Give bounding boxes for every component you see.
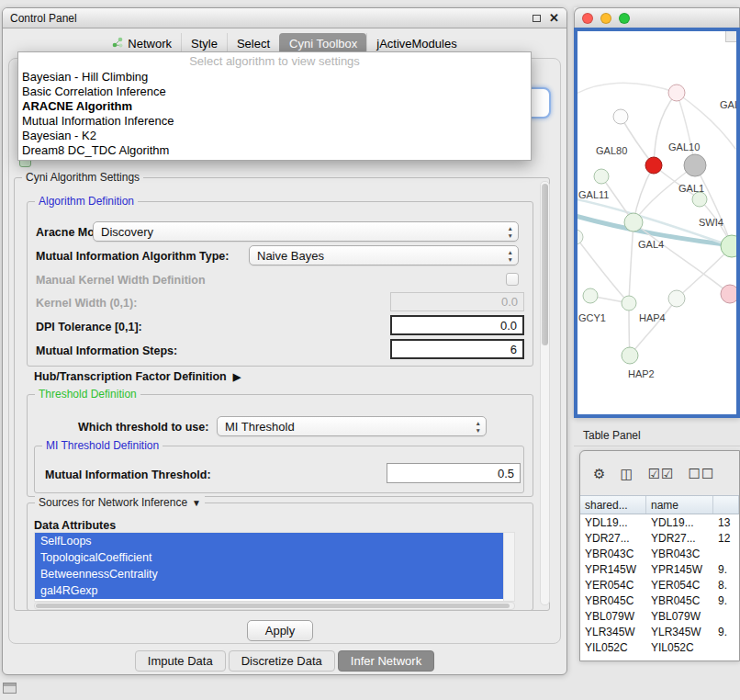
table-row[interactable]: YLR345WYLR345W9. [580,624,739,639]
collapsed-arrow-icon: ▶ [233,371,241,383]
table-cell: 9. [713,593,739,608]
algorithm-option[interactable]: Dream8 DC_TDC Algorithm [18,143,531,158]
table-row[interactable]: YDL19...YDL19...13 [580,514,739,530]
table-cell: YDR27... [580,530,646,546]
algorithm-dropdown-popup: Select algorithm to view settings Bayesi… [17,51,532,161]
network-node-label: GAL [720,99,736,110]
table-column-header-1[interactable]: name [646,496,713,514]
control-panel-window: Control Panel ✕ NetworkStyleSelectCyni T… [2,7,567,675]
which-threshold-select[interactable]: MI Threshold ▲▼ [217,416,487,436]
select-all-icon[interactable]: ☑☑ [648,467,675,480]
network-edge[interactable] [654,93,677,165]
network-node[interactable] [684,154,706,176]
network-window-titlebar[interactable] [574,7,740,28]
network-edge[interactable] [621,117,654,165]
data-attribute-item[interactable]: BetweennessCentrality [35,566,503,582]
apply-button[interactable]: Apply [247,620,313,641]
network-node[interactable] [577,230,583,244]
table-cell [713,546,739,561]
table-row[interactable]: YBR045CYBR045C9. [580,593,739,608]
network-node[interactable] [613,109,628,124]
table-cell: 8. [713,577,739,593]
aracne-mode-value: Discovery [101,225,153,239]
mac-zoom-button[interactable] [619,13,630,24]
table-cell: 9. [713,561,739,577]
network-node[interactable] [645,157,662,174]
hub-factor-section-toggle[interactable]: Hub/Transcription Factor Definition ▶ [34,370,241,383]
aracne-mode-select[interactable]: Discovery ▲▼ [93,221,519,242]
algorithm-option[interactable]: ARACNE Algorithm [18,99,531,114]
attributes-horizontal-scrollbar[interactable] [34,602,515,610]
bottom-tab-discretize-data[interactable]: Discretize Data [229,650,335,672]
algorithm-option[interactable]: Basic Correlation Inference [18,85,531,99]
table-row[interactable]: YPR145WYPR145W9. [580,561,739,577]
float-window-icon[interactable] [533,15,541,22]
sources-group-title[interactable]: Sources for Network Inference ▼ [35,496,205,509]
table-row[interactable]: YBL079WYBL079W [580,608,739,624]
network-edge[interactable] [633,222,730,294]
table-cell: YBR043C [580,546,646,561]
bottom-tab-impute-data[interactable]: Impute Data [135,650,226,672]
network-tab-icon [112,37,123,51]
network-edge[interactable] [629,222,633,303]
scrollbar-thumb[interactable] [542,184,548,345]
network-edge[interactable] [577,83,677,96]
algorithm-option[interactable]: Mutual Information Inference [18,114,531,129]
algorithm-option[interactable]: Bayesian - Hill Climbing [18,70,531,85]
network-view-window: GALGAL80GAL10GAL11GAL1SWI4GAL4GCY1HAP4HA… [574,7,740,418]
algorithm-popup-placeholder: Select algorithm to view settings [18,52,531,70]
network-node[interactable] [622,347,638,364]
settings-group-title: Cyni Algorithm Settings [22,171,143,184]
data-attribute-item[interactable]: SelfLoops [35,533,503,549]
table-row[interactable]: YBR043CYBR043C [580,546,739,561]
network-node[interactable] [668,290,685,307]
table-column-header-0[interactable]: shared... [580,496,646,514]
table-row[interactable]: YIL052CYIL052C [580,639,739,655]
network-node[interactable] [624,213,643,231]
network-node[interactable] [668,85,685,101]
algorithm-definition-title: Algorithm Definition [35,195,138,208]
algorithm-option[interactable]: Bayesian - K2 [18,129,531,143]
table-column-header-2[interactable] [713,496,739,514]
table-cell: YBL079W [580,608,646,624]
data-attribute-item[interactable]: gal4RGexp [35,582,503,599]
mi-steps-field[interactable]: 6 [390,339,524,359]
control-panel-titlebar[interactable]: Control Panel ✕ [3,8,566,28]
mac-close-button[interactable] [582,13,593,24]
dpi-tolerance-field[interactable]: 0.0 [390,315,524,335]
network-node[interactable] [594,169,609,184]
network-node[interactable] [583,288,598,303]
network-node-label: SWI4 [699,217,723,228]
manual-kernel-width-checkbox[interactable] [506,273,519,286]
table-row[interactable]: YER054CYER054C8. [580,577,739,593]
network-node[interactable] [721,285,736,303]
mi-algorithm-type-value: Naive Bayes [257,249,324,263]
network-graph[interactable]: GALGAL80GAL10GAL11GAL1SWI4GAL4GCY1HAP4HA… [577,31,736,414]
mi-algorithm-type-select[interactable]: Naive Bayes ▲▼ [249,245,519,265]
mi-threshold-field[interactable]: 0.5 [387,463,521,483]
tab-label: Network [128,37,172,51]
close-window-icon[interactable]: ✕ [549,12,559,24]
data-attribute-item[interactable]: TopologicalCoefficient [35,549,503,566]
table-cell: YBR045C [580,593,646,608]
bottom-tab-infer-network[interactable]: Infer Network [338,650,434,672]
network-edge[interactable] [630,299,677,356]
table-cell: YER054C [646,577,713,593]
combo-arrows-icon: ▲▼ [476,420,481,435]
table-row[interactable]: YDR27...YDR27...12 [580,530,739,546]
minimized-panel-icon[interactable] [3,683,17,694]
algorithm-popup-options: Bayesian - Hill ClimbingBasic Correlatio… [18,70,531,158]
attributes-vertical-scrollbar[interactable] [503,533,514,601]
network-canvas[interactable]: GALGAL80GAL10GAL11GAL1SWI4GAL4GCY1HAP4HA… [574,28,740,418]
network-node[interactable] [721,235,736,257]
deselect-all-icon[interactable]: ☐☐ [689,467,715,480]
settings-scrollbar[interactable] [540,181,550,605]
network-node-label: HAP4 [639,312,666,323]
settings-gear-icon[interactable]: ⚙ [593,467,606,480]
network-node[interactable] [622,296,636,310]
data-attributes-list[interactable]: SelfLoopsTopologicalCoefficientBetweenne… [34,532,515,602]
column-selector-icon[interactable]: ◫ [620,467,633,480]
mac-minimize-button[interactable] [600,13,611,24]
table-panel-title: Table Panel [583,429,641,442]
network-node[interactable] [692,192,707,207]
